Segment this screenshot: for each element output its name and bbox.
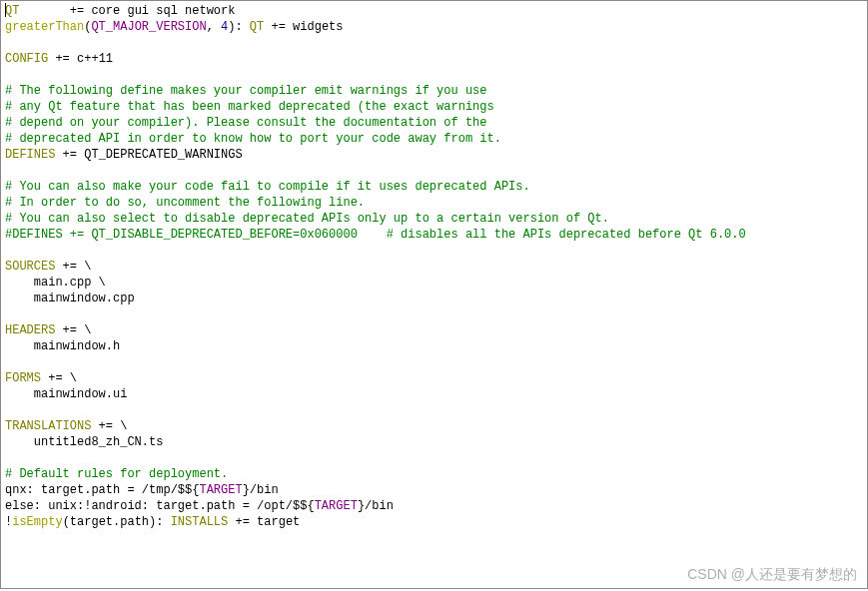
comment-line: # You can also make your code fail to co… <box>5 180 530 194</box>
keyword-qt: QT <box>5 4 19 18</box>
keyword-config: CONFIG <box>5 52 48 66</box>
watermark: CSDN @人还是要有梦想的 <box>687 566 857 582</box>
comment-line: # Default rules for deployment. <box>5 467 228 481</box>
const-qt-major: QT_MAJOR_VERSION <box>91 20 206 34</box>
keyword-translations: TRANSLATIONS <box>5 419 91 433</box>
comment-line: #DEFINES += QT_DISABLE_DEPRECATED_BEFORE… <box>5 228 746 242</box>
comment-line: # deprecated API in order to know how to… <box>5 132 501 146</box>
keyword-headers: HEADERS <box>5 323 55 337</box>
fn-greaterthan: greaterThan <box>5 20 84 34</box>
fn-isempty: isEmpty <box>12 515 62 529</box>
comment-line: # You can also select to disable depreca… <box>5 212 609 226</box>
comment-line: # In order to do so, uncomment the follo… <box>5 196 365 210</box>
keyword-forms: FORMS <box>5 371 41 385</box>
code-editor[interactable]: QT += core gui sql network greaterThan(Q… <box>0 0 868 589</box>
keyword-sources: SOURCES <box>5 260 55 274</box>
comment-line: # The following define makes your compil… <box>5 84 486 98</box>
comment-line: # any Qt feature that has been marked de… <box>5 100 494 114</box>
text-cursor <box>5 3 6 17</box>
code-content: QT += core gui sql network greaterThan(Q… <box>5 3 863 530</box>
comment-line: # depend on your compiler). Please consu… <box>5 116 486 130</box>
keyword-defines: DEFINES <box>5 148 55 162</box>
keyword-installs: INSTALLS <box>171 515 229 529</box>
